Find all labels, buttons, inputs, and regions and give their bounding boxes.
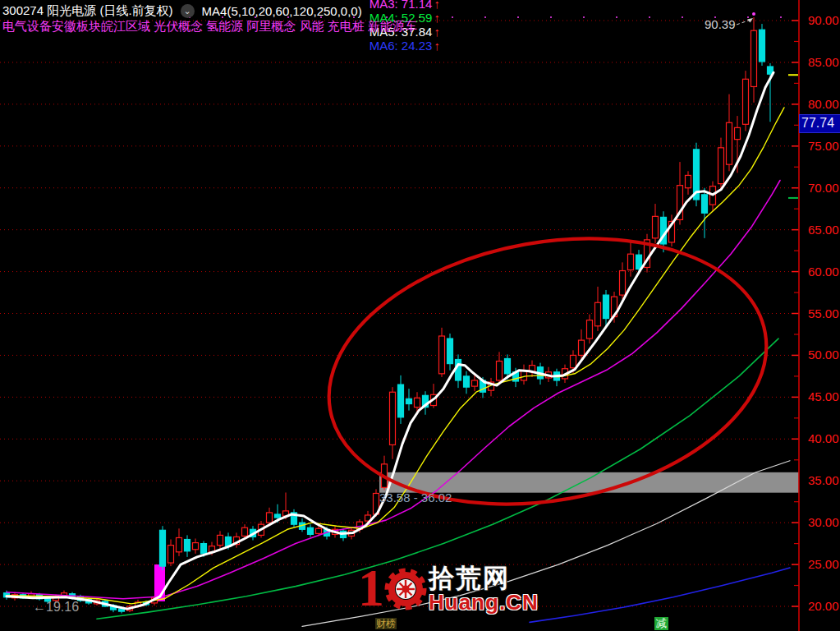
candle-up xyxy=(177,537,182,551)
candle-down xyxy=(456,360,461,380)
candle-up xyxy=(751,30,757,86)
price-axis-label: 80.00 xyxy=(808,97,840,111)
candle-down xyxy=(275,514,281,518)
candle-up xyxy=(743,79,749,124)
watermark-one: 1 xyxy=(358,565,384,611)
candle-down xyxy=(636,255,642,269)
candle-down xyxy=(604,295,609,319)
high-price-label: 90.39 xyxy=(705,17,736,31)
watermark-domain: Huang.CN xyxy=(429,592,539,613)
candle-down xyxy=(308,527,314,534)
price-axis-label: 60.00 xyxy=(808,265,840,279)
candle-up xyxy=(579,340,585,355)
candle-up xyxy=(628,254,634,269)
candle-down xyxy=(505,359,511,374)
candle-up xyxy=(267,513,273,523)
ma-group-label: MA4(5,10,20,60,120,250,0,0) xyxy=(202,4,362,18)
price-axis-label: 30.00 xyxy=(808,515,840,529)
price-axis-label: 65.00 xyxy=(808,223,840,237)
candle-up xyxy=(316,528,322,533)
candle-up xyxy=(497,362,503,380)
price-axis-label: 35.00 xyxy=(808,473,840,487)
price-axis-label: 70.00 xyxy=(808,181,840,195)
ma-legend-item: MA3: 71.14↑ xyxy=(370,0,440,11)
watermark-text: 拾荒网 Huang.CN xyxy=(429,565,539,613)
candle-down xyxy=(201,544,207,554)
candle-up xyxy=(571,355,576,367)
price-axis-label: 40.00 xyxy=(808,431,840,445)
candle-down xyxy=(464,376,470,387)
candle-up xyxy=(472,380,478,386)
candle-down xyxy=(185,540,190,551)
new-high-dot xyxy=(752,12,755,16)
candle-up xyxy=(218,535,223,545)
chart-header: 300274 阳光电源 (日线.前复权) ⌄ MA4(5,10,20,60,12… xyxy=(2,2,445,19)
candle-up xyxy=(620,271,626,296)
candle-up xyxy=(439,336,445,374)
low-price-label: ←19.16 xyxy=(33,600,79,615)
gear-icon xyxy=(384,565,427,611)
candle-up xyxy=(193,543,199,550)
price-axis-label: 50.00 xyxy=(808,348,840,362)
watermark-logo: 1 xyxy=(358,565,427,611)
ma-legend-item: MA6: 24.23↑ xyxy=(370,39,440,53)
candlestick-chart xyxy=(0,0,840,631)
ma5-line xyxy=(7,72,773,609)
price-axis-label: 45.00 xyxy=(808,389,840,403)
band-range-label: 33.58 - 36.02 xyxy=(379,491,452,504)
price-axis-label: 75.00 xyxy=(808,139,840,153)
candle-down xyxy=(398,385,404,417)
watermark: 1 拾荒网 Huang.CN xyxy=(358,565,539,613)
stock-title: 300274 阳光电源 (日线.前复权) xyxy=(2,3,173,19)
reduce-badge[interactable]: 减 xyxy=(654,617,668,630)
candle-up xyxy=(595,302,601,326)
candle-up xyxy=(727,122,732,164)
candle-down xyxy=(406,398,412,403)
price-axis-label: 55.00 xyxy=(808,306,840,320)
candle-up xyxy=(168,546,174,563)
candle-down xyxy=(160,530,166,566)
candle-up xyxy=(242,527,248,536)
candle-up xyxy=(686,175,691,187)
candle-up xyxy=(735,127,741,139)
price-axis-label: 90.00 xyxy=(808,13,840,27)
ma250-line xyxy=(530,568,790,622)
stock-chart-window: 300274 阳光电源 (日线.前复权) ⌄ MA4(5,10,20,60,12… xyxy=(0,0,840,631)
price-axis-label: 25.00 xyxy=(808,557,840,571)
chevron-down-icon[interactable]: ⌄ xyxy=(181,4,195,18)
candle-up xyxy=(587,320,593,339)
candle-up xyxy=(653,216,659,237)
candle-down xyxy=(702,195,708,213)
candle-up xyxy=(718,148,724,184)
concept-tags[interactable]: 电气设备安徽板块皖江区域 光伏概念 氢能源 阿里概念 风能 充电桩 新能源车 xyxy=(2,19,417,35)
candle-down xyxy=(760,30,765,62)
current-price-tag: 77.74 xyxy=(799,114,840,133)
watermark-small-text: 财榜 xyxy=(375,618,397,629)
candle-up xyxy=(390,392,396,444)
candle-down xyxy=(448,339,453,364)
watermark-site-name: 拾荒网 xyxy=(429,565,539,592)
price-axis-label: 85.00 xyxy=(808,55,840,69)
candle-up xyxy=(415,398,420,407)
price-axis-label: 20.00 xyxy=(808,599,840,613)
